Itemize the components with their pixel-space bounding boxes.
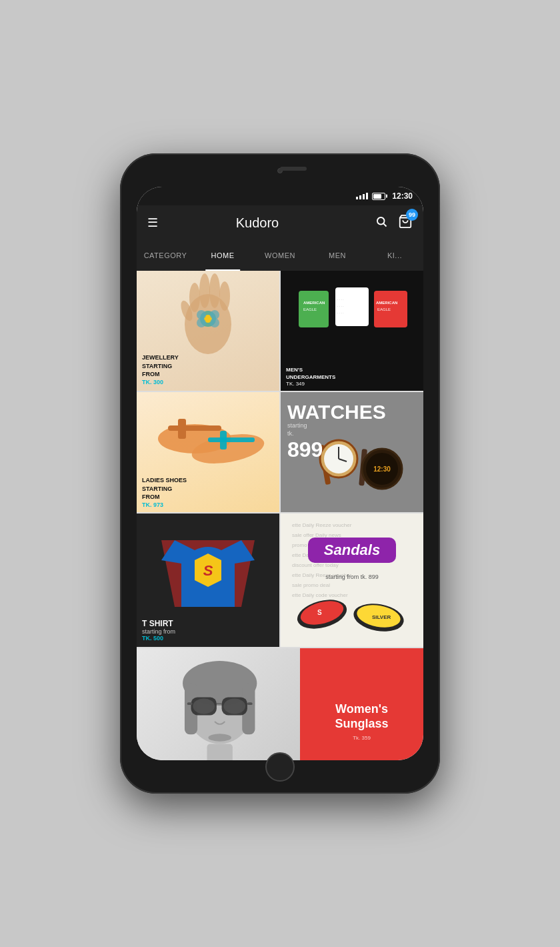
tshirt-title: T SHIRT [142, 619, 175, 628]
svg-rect-27 [178, 419, 186, 439]
svg-text:EAGLE: EAGLE [303, 307, 317, 311]
tab-category[interactable]: CATEGORY [137, 240, 194, 271]
svg-rect-26 [168, 425, 221, 431]
sunglass-right-panel: Women'sSunglass Tk. 359 [300, 648, 423, 760]
svg-text:AMERICAN: AMERICAN [376, 301, 397, 305]
status-bar: 12:30 [137, 187, 423, 205]
tab-women[interactable]: WOMEN [251, 240, 309, 271]
watches-title: WATCHES [287, 402, 386, 422]
svg-rect-65 [247, 702, 253, 705]
tab-kids[interactable]: KI... [366, 240, 423, 271]
product-ladies-shoes[interactable]: LADIES SHOESSTARTINGFROM TK. 973 [137, 392, 279, 512]
svg-text:S: S [203, 562, 213, 579]
sunglass-price-label: Tk. 359 [353, 735, 371, 741]
svg-text:S: S [317, 609, 322, 616]
svg-text:· · · ·: · · · · [337, 304, 344, 308]
jewellery-illustration [137, 271, 279, 357]
watches-subtitle: startingtk. [287, 422, 386, 437]
tshirt-visual: S T SHIRT starting from TK. 500 [137, 514, 279, 647]
search-icon[interactable] [375, 215, 387, 231]
product-jewellery[interactable]: JEWELLERYSTARTINGFROM TK. 300 [137, 271, 279, 391]
tab-home[interactable]: HOME [194, 240, 251, 271]
product-tshirt[interactable]: S T SHIRT starting from TK. 500 [137, 514, 279, 647]
svg-rect-64 [187, 702, 193, 705]
home-button[interactable] [265, 752, 295, 782]
product-womens-sunglass[interactable]: Women'sSunglass Tk. 359 [137, 648, 423, 760]
app-header: ☰ Kudoro [137, 205, 423, 240]
main-content: JEWELLERYSTARTINGFROM TK. 300 AMERICAN [137, 271, 423, 760]
sandals-price: starting from tk. 899 [287, 574, 417, 580]
signal-bar-2 [359, 195, 361, 199]
navigation-tabs: CATEGORY HOME WOMEN MEN KI... [137, 240, 423, 271]
svg-point-7 [219, 281, 230, 311]
signal-bar-1 [356, 197, 358, 199]
svg-line-1 [383, 223, 386, 226]
phone-screen: 12:30 ☰ Kudoro [137, 187, 423, 760]
watches-visual: 12:30 WATCHES startingtk. 899 [281, 392, 423, 512]
svg-text:AMERICAN: AMERICAN [303, 301, 325, 305]
mens-price: TK. 349 [286, 381, 335, 387]
svg-rect-29 [208, 437, 255, 442]
jewellery-label: JEWELLERYSTARTINGFROM TK. 300 [137, 349, 279, 391]
menu-icon[interactable]: ☰ [147, 215, 158, 230]
shoes-title: LADIES SHOESSTARTINGFROM [142, 476, 187, 502]
phone-device: 12:30 ☰ Kudoro [120, 153, 440, 794]
svg-point-14 [210, 318, 219, 327]
svg-point-5 [199, 273, 210, 308]
svg-rect-69 [207, 744, 233, 760]
tshirt-price: TK. 500 [142, 635, 175, 642]
status-time: 12:30 [392, 191, 413, 201]
mens-label: MEN'SUNDERGARMENTS TK. 349 [286, 366, 335, 387]
svg-point-0 [377, 217, 385, 225]
mens-title: MEN'SUNDERGARMENTS [286, 366, 335, 381]
sandals-title: Sandals [308, 538, 396, 563]
tshirt-subtitle: starting from [142, 628, 175, 635]
jewellery-visual: JEWELLERYSTARTINGFROM TK. 300 [137, 271, 279, 391]
sandals-illustration: S SILVER [281, 584, 423, 638]
tab-men[interactable]: MEN [309, 240, 366, 271]
jewellery-price: TK. 300 [142, 379, 274, 385]
shoes-illustration [137, 392, 279, 479]
app-title: Kudoro [166, 215, 349, 231]
signal-indicator [356, 193, 368, 199]
svg-point-4 [189, 283, 200, 312]
signal-bar-3 [363, 194, 365, 199]
product-mens-undergarments[interactable]: AMERICAN EAGLE · · · · · · · · · · · · A… [281, 271, 423, 391]
signal-bar-4 [366, 193, 368, 199]
svg-text:EAGLE: EAGLE [377, 307, 391, 311]
svg-point-68 [208, 734, 231, 742]
tshirt-illustration: S [137, 514, 279, 620]
mens-illustration: AMERICAN EAGLE · · · · · · · · · · · · A… [281, 271, 423, 357]
svg-text:· · · ·: · · · · [337, 297, 344, 301]
product-sandals-promo[interactable]: ette Daily Reeze voucher sale offer Dail… [281, 514, 423, 647]
battery-fill [373, 194, 381, 199]
sunglass-left-panel [137, 648, 303, 760]
sunglass-illustration [137, 648, 303, 760]
watches-label: WATCHES startingtk. 899 [287, 402, 386, 462]
svg-point-12 [210, 310, 219, 319]
watches-price: 899 [287, 437, 386, 462]
svg-point-13 [197, 318, 206, 327]
product-watches[interactable]: 12:30 WATCHES startingtk. 899 [281, 392, 423, 512]
svg-rect-30 [220, 431, 227, 449]
mens-visual: AMERICAN EAGLE · · · · · · · · · · · · A… [281, 271, 423, 391]
jewellery-title: JEWELLERYSTARTINGFROM [142, 353, 274, 379]
header-icons: 99 [375, 214, 413, 232]
sandals-promo-visual: ette Daily Reeze voucher sale offer Dail… [281, 514, 423, 647]
svg-point-66 [193, 698, 215, 714]
tshirt-label: T SHIRT starting from TK. 500 [142, 619, 175, 642]
sunglass-visual: Women'sSunglass Tk. 359 [137, 648, 423, 760]
product-grid: JEWELLERYSTARTINGFROM TK. 300 AMERICAN [137, 271, 423, 760]
shoes-price: TK. 973 [142, 502, 187, 508]
svg-text:SILVER: SILVER [372, 614, 391, 620]
shoes-visual: LADIES SHOESSTARTINGFROM TK. 973 [137, 392, 279, 512]
sunglass-title: Women'sSunglass [335, 702, 389, 731]
cart-button[interactable]: 99 [398, 214, 413, 232]
svg-text:· · · ·: · · · · [337, 311, 344, 315]
cart-badge: 99 [406, 209, 418, 221]
shoes-label: LADIES SHOESSTARTINGFROM TK. 973 [142, 476, 187, 508]
phone-speaker [280, 167, 307, 171]
battery-icon [372, 193, 385, 200]
svg-point-6 [209, 273, 220, 308]
svg-text:12:30: 12:30 [373, 465, 391, 473]
